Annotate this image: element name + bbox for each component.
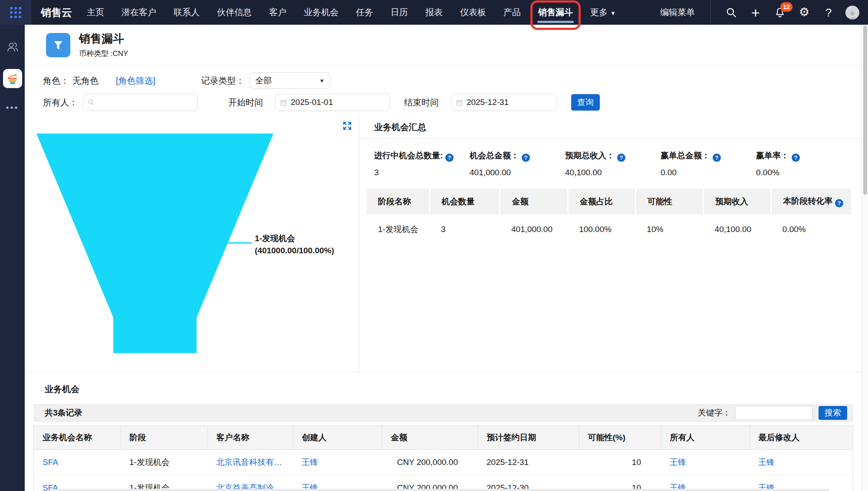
customer-name-link[interactable]: 北京讯音科技有… (216, 458, 282, 467)
record-type-select[interactable]: 全部 ▼ (250, 72, 330, 89)
stat-total-amount: 机会总金额：? 401,000.00 (470, 150, 565, 177)
opportunity-name-link[interactable]: SFA (43, 458, 58, 467)
owner-search-input[interactable] (98, 98, 193, 107)
opportunities-toolbar: 共3条记录 关键字： 搜索 (33, 404, 853, 422)
stat-in-progress-count: 进行中机会总数量:? 3 (374, 150, 470, 177)
help-icon[interactable]: ? (713, 154, 721, 162)
col-stage-conversion: 本阶段转化率? (771, 189, 851, 214)
col-stage-name: 阶段名称 (367, 189, 430, 214)
role-label: 角色： (43, 75, 69, 87)
nav-item-products[interactable]: 产品 (503, 7, 521, 18)
stat-expected-revenue: 预期总收入：? 40,100.00 (565, 150, 661, 177)
nav-items: 主页 潜在客户 联系人 伙伴信息 客户 业务机会 任务 日历 报表 仪表板 产品… (87, 7, 616, 18)
start-date-input[interactable] (291, 98, 385, 107)
record-count: 共3条记录 (45, 407, 82, 419)
help-icon[interactable]: ? (445, 154, 454, 162)
nav-item-accounts[interactable]: 客户 (269, 7, 286, 18)
fullscreen-expand-icon[interactable] (342, 121, 352, 133)
owner-label: 所有人： (43, 97, 78, 108)
active-tab-underline (537, 21, 574, 23)
filter-row-dates: 所有人： 开始时间 结束时间 查询 (25, 94, 862, 111)
col-opportunity-count: 机会数量 (430, 189, 500, 214)
vertical-scrollbar[interactable] (861, 25, 868, 491)
nav-item-reports[interactable]: 报表 (425, 7, 443, 18)
sidebar-item-users[interactable] (6, 41, 19, 55)
col-amount: 金额 (382, 426, 478, 450)
help-icon[interactable]: ? (792, 154, 800, 162)
opportunity-row: SFA 1-发现机会 北京讯音科技有… 王锋 CNY 200,000.00 20… (34, 450, 853, 475)
sales-funnel-app-icon (46, 33, 70, 57)
col-amount: 金额 (500, 189, 568, 214)
horizontal-scrollbar[interactable] (51, 489, 829, 491)
nav-item-sales-funnel[interactable]: 销售漏斗 (538, 7, 573, 18)
modifier-link[interactable]: 王锋 (758, 458, 775, 467)
help-icon[interactable]: ? (617, 154, 625, 162)
help-icon[interactable]: ? (522, 154, 530, 162)
notification-badge: 12 (780, 2, 792, 12)
summary-title: 业务机会汇总 (374, 121, 426, 133)
end-date-input[interactable] (467, 98, 552, 107)
nav-item-leads[interactable]: 潜在客户 (122, 7, 156, 18)
col-last-modifier: 最后修改人 (750, 426, 853, 450)
opportunities-section-title: 业务机会 (45, 383, 862, 395)
settings-gear-icon[interactable]: ⚙ (797, 5, 812, 20)
sidebar-more-button[interactable]: ••• (6, 103, 19, 113)
nav-item-more[interactable]: 更多▼ (590, 7, 616, 18)
role-filter-link[interactable]: [角色筛选] (116, 75, 155, 87)
col-expected-revenue: 预期收入 (704, 189, 771, 214)
scrollbar-thumb[interactable] (863, 26, 867, 195)
edit-menu-button[interactable]: 编辑菜单 (660, 7, 695, 18)
owner-link[interactable]: 王锋 (670, 458, 686, 467)
help-icon[interactable]: ? (835, 199, 843, 207)
stat-won-amount: 赢单总金额：? 0.00 (661, 150, 756, 177)
opportunity-summary-pane: 业务机会汇总 进行中机会总数量:? 3 机会总金额：? 401,000.00 预… (360, 116, 862, 372)
nav-item-dashboards[interactable]: 仪表板 (460, 7, 486, 18)
col-amount-ratio: 金额占比 (568, 189, 635, 214)
page-title: 销售漏斗 (79, 31, 128, 46)
stat-win-rate: 赢单率：? 0.00% (756, 150, 852, 177)
col-stage: 阶段 (121, 426, 207, 450)
owner-search-box (83, 94, 198, 111)
col-expected-sign-date: 预计签约日期 (478, 426, 579, 450)
sales-cloud-app: 销售云 主页 潜在客户 联系人 伙伴信息 客户 业务机会 任务 日历 报表 仪表… (0, 0, 868, 491)
record-type-label: 记录类型： (201, 75, 244, 87)
nav-item-contacts[interactable]: 联系人 (174, 7, 200, 18)
user-avatar[interactable] (845, 6, 859, 20)
start-date-box (275, 94, 390, 111)
people-icon (6, 41, 19, 53)
sidebar-item-sales-funnel-active[interactable] (3, 69, 22, 88)
col-opportunity-name: 业务机会名称 (34, 426, 121, 450)
nav-item-tasks[interactable]: 任务 (356, 7, 373, 18)
funnel-icon (51, 38, 66, 52)
chevron-down-icon: ▼ (610, 10, 616, 16)
keyword-label: 关键字： (698, 407, 731, 419)
filter-row-role: 角色： 无角色 [角色筛选] 记录类型： 全部 ▼ (25, 72, 862, 89)
creator-link[interactable]: 王锋 (302, 458, 318, 467)
col-owner: 所有人 (661, 426, 750, 450)
top-navigation-bar: 销售云 主页 潜在客户 联系人 伙伴信息 客户 业务机会 任务 日历 报表 仪表… (0, 0, 868, 25)
nav-item-opportunities[interactable]: 业务机会 (304, 7, 339, 18)
nav-item-partners[interactable]: 伙伴信息 (217, 7, 252, 18)
app-launcher-button[interactable] (0, 0, 31, 25)
query-button[interactable]: 查询 (571, 94, 600, 111)
record-type-selected-value: 全部 (255, 75, 319, 86)
opportunities-table-wrap: 业务机会名称 阶段 客户名称 创建人 金额 预计签约日期 可能性(%) 所有人 … (33, 426, 853, 491)
currency-type-subtitle: 币种类型 :CNY (79, 49, 128, 59)
funnel-stage-name: 1-发现机会 (255, 232, 334, 245)
topbar-right: 编辑菜单 + 12 ⚙ ? (660, 0, 868, 25)
search-icon[interactable] (724, 5, 739, 20)
add-icon[interactable]: + (748, 5, 763, 20)
nav-item-home[interactable]: 主页 (87, 7, 104, 18)
help-icon[interactable]: ? (821, 5, 836, 20)
chart-summary-split: 1-发现机会 (401000.00/100.00%) 业务机会汇总 (25, 116, 862, 372)
start-time-label: 开始时间 (228, 97, 263, 108)
waffle-grid-icon (10, 7, 21, 18)
col-creator: 创建人 (293, 426, 382, 450)
col-customer-name: 客户名称 (207, 426, 293, 450)
main-content: 销售漏斗 币种类型 :CNY 角色： 无角色 [角色筛选] 记录类型： 全部 ▼… (25, 25, 862, 491)
nav-item-calendar[interactable]: 日历 (391, 7, 408, 18)
search-button[interactable]: 搜索 (819, 406, 847, 420)
notifications-bell-icon[interactable]: 12 (773, 5, 787, 20)
keyword-input[interactable] (735, 406, 812, 420)
search-icon (88, 98, 95, 106)
